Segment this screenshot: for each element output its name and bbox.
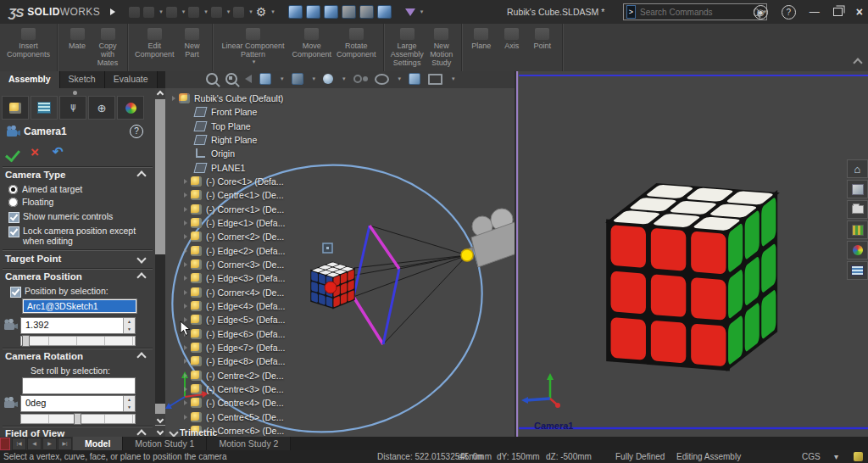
- tree-item[interactable]: (-) Centre<3> (De...: [184, 382, 284, 395]
- tab-model[interactable]: Model: [73, 437, 123, 450]
- copy-with-mates-button[interactable]: Copy with Mates: [95, 25, 120, 67]
- tree-item[interactable]: (-) Edge<7> (Defa...: [184, 341, 285, 354]
- tree-item[interactable]: (-) Corner<4> (De...: [184, 286, 284, 298]
- display-style-icon[interactable]: [323, 74, 333, 84]
- tree-item[interactable]: Origin: [187, 147, 235, 159]
- rebuild-dropdown-icon[interactable]: ▾: [249, 8, 253, 15]
- scroll-down-button-2[interactable]: [155, 426, 165, 437]
- linear-component-pattern-button[interactable]: Linear Component Pattern ▾: [220, 25, 287, 65]
- tab-scroll-first-button[interactable]: |◀: [12, 438, 26, 450]
- custom-properties-button[interactable]: [847, 261, 868, 280]
- tree-item[interactable]: (-) Centre<1> (De...: [184, 188, 284, 201]
- rebuild-icon[interactable]: [233, 7, 244, 18]
- user-account-icon[interactable]: ◉: [754, 5, 768, 20]
- tree-item[interactable]: (-) Corner<3> (De...: [184, 258, 284, 271]
- camera-position-slider[interactable]: [20, 336, 136, 346]
- plane-button[interactable]: Plane: [469, 25, 494, 50]
- tree-item[interactable]: (-) Corner<1> (De...: [184, 203, 284, 215]
- minimize-button[interactable]: —: [810, 6, 820, 18]
- camera-model[interactable]: [461, 209, 515, 267]
- tab-scroll-last-button[interactable]: ▶|: [58, 438, 72, 450]
- graphics-viewport-camera[interactable]: Camera1 ⌂: [519, 71, 868, 437]
- position-value[interactable]: 1.392: [21, 318, 123, 333]
- tree-item[interactable]: (-) Centre<2> (De...: [184, 369, 284, 382]
- position-selection-listbox[interactable]: Arc1@3DSketch1: [22, 298, 137, 314]
- insert-components-button[interactable]: Insert Components: [7, 25, 50, 59]
- collapse-camera-position-icon[interactable]: [136, 272, 146, 282]
- tab-motion-study-2[interactable]: Motion Study 2: [207, 437, 291, 450]
- view-settings-icon[interactable]: [428, 74, 442, 85]
- tree-item[interactable]: Right Plane: [187, 133, 257, 146]
- open-dropdown-icon[interactable]: ▾: [182, 8, 186, 15]
- tree-item[interactable]: (-) Edge<2> (Defa...: [184, 244, 285, 257]
- previous-view-icon[interactable]: [245, 75, 252, 83]
- status-units[interactable]: CGS: [802, 452, 821, 461]
- tree-item[interactable]: PLANE1: [187, 161, 245, 174]
- scroll-down-button[interactable]: [155, 414, 165, 425]
- panel-splitter-handle[interactable]: [73, 91, 77, 95]
- tree-item[interactable]: Front Plane: [187, 105, 257, 118]
- tab-scroll-prev-button[interactable]: ◀: [27, 438, 42, 450]
- tree-item[interactable]: (-) Centre<4> (De...: [184, 396, 284, 409]
- collapse-camera-rotation-icon[interactable]: [136, 352, 146, 361]
- apply-scene-icon[interactable]: [409, 73, 420, 85]
- collapse-camera-type-icon[interactable]: [136, 170, 146, 180]
- tree-item[interactable]: (-) Edge<4> (Defa...: [184, 299, 285, 312]
- tab-feature-manager[interactable]: [2, 96, 29, 120]
- close-button[interactable]: ×: [856, 5, 863, 19]
- cancel-button[interactable]: ×: [31, 144, 39, 161]
- roll-selection-listbox[interactable]: [22, 377, 136, 394]
- view-cube-icon-6[interactable]: [377, 5, 392, 19]
- slider-thumb[interactable]: [22, 335, 30, 347]
- reset-button[interactable]: ↶: [53, 144, 64, 159]
- filter-dropdown-icon[interactable]: ▾: [420, 8, 424, 15]
- zoom-fit-icon[interactable]: [206, 73, 218, 85]
- mate-button[interactable]: Mate: [64, 25, 90, 50]
- expand-target-point-icon[interactable]: [136, 254, 146, 263]
- tree-item[interactable]: (-) Edge<8> (Defa...: [184, 354, 285, 367]
- tree-item[interactable]: (-) Edge<3> (Defa...: [184, 271, 285, 284]
- section-view-icon[interactable]: [259, 73, 271, 85]
- small-rubiks-cube[interactable]: [309, 261, 355, 309]
- tree-item[interactable]: (-) Corner<2> (De...: [184, 230, 284, 243]
- view-cube-icon-2[interactable]: [306, 5, 320, 19]
- camera-rotation-slider[interactable]: [20, 414, 136, 424]
- open-file-icon[interactable]: [166, 7, 177, 18]
- tab-evaluate[interactable]: Evaluate: [105, 71, 158, 88]
- tree-item[interactable]: (-) Core<1> (Defa...: [184, 175, 284, 187]
- point-button[interactable]: Point: [530, 25, 555, 50]
- search-commands-box[interactable]: > ▾: [623, 3, 767, 20]
- design-library-button[interactable]: [847, 200, 868, 219]
- tab-configuration-manager[interactable]: ⋔: [59, 96, 86, 120]
- graphics-viewport-main[interactable]: ▾ ▾ ▾ ▾ ▾ Rubik's Cube (Default) Front P…: [165, 71, 515, 437]
- search-input[interactable]: [638, 7, 754, 18]
- move-component-button[interactable]: Move Component: [292, 25, 332, 59]
- home-tab-button[interactable]: ⌂: [847, 159, 868, 178]
- selected-entity[interactable]: Arc1@3DSketch1: [24, 300, 136, 312]
- spin-down-icon[interactable]: ▼: [124, 326, 135, 333]
- collapse-field-of-view-icon[interactable]: [136, 429, 146, 437]
- tab-display-manager[interactable]: [117, 96, 144, 120]
- axis-button[interactable]: Axis: [499, 25, 525, 50]
- edit-appearance-icon[interactable]: [375, 74, 389, 85]
- undo-icon[interactable]: [211, 7, 222, 18]
- scrollbar-thumb[interactable]: [155, 254, 165, 404]
- tree-item[interactable]: (-) Edge<5> (Defa...: [184, 313, 285, 326]
- checkbox-lock-camera[interactable]: [8, 226, 19, 237]
- tree-item[interactable]: Top Plane: [187, 120, 251, 132]
- status-icon[interactable]: [854, 452, 863, 461]
- home-icon[interactable]: [129, 7, 140, 18]
- tree-item[interactable]: (-) Edge<6> (Defa...: [184, 327, 285, 340]
- save-icon[interactable]: [188, 7, 199, 18]
- status-units-dropdown[interactable]: ▾: [834, 452, 838, 461]
- radio-aimed-at-target[interactable]: [8, 185, 18, 194]
- checkbox-numeric-controls[interactable]: [8, 212, 19, 223]
- rotation-value[interactable]: 0deg: [21, 396, 123, 411]
- edit-component-button[interactable]: Edit Component: [135, 25, 175, 59]
- help-icon[interactable]: ?: [782, 5, 796, 20]
- panel-help-icon[interactable]: ?: [130, 125, 143, 138]
- tree-item-root[interactable]: Rubik's Cube (Default): [172, 92, 283, 104]
- panel-scrollbar[interactable]: [155, 88, 165, 437]
- options-dropdown-icon[interactable]: ▾: [271, 8, 275, 15]
- tab-sketch[interactable]: Sketch: [60, 71, 105, 88]
